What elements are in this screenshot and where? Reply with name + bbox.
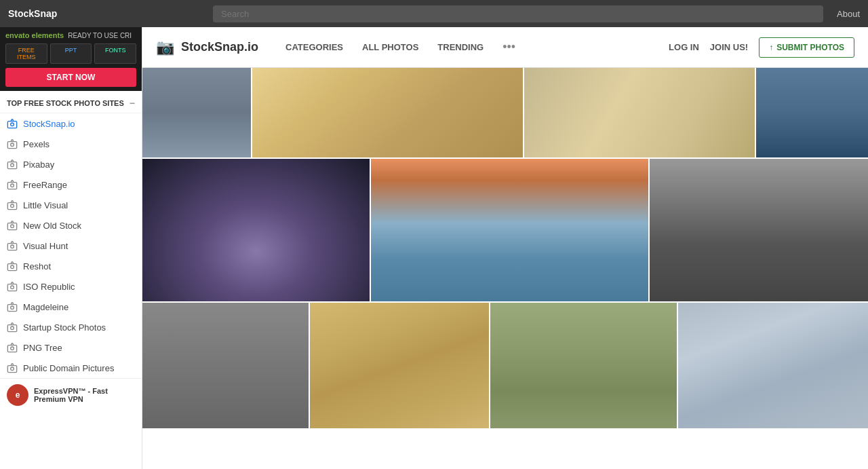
envato-free-items[interactable]: FREE ITEMS [5, 43, 47, 64]
nav-login[interactable]: LOG IN [669, 42, 699, 52]
photo-row-1 [142, 68, 868, 157]
photo-lighthouse[interactable] [371, 159, 648, 301]
svg-point-11 [11, 225, 14, 228]
photo-building-3[interactable] [678, 303, 868, 428]
browser-title: StockSnap [8, 8, 57, 19]
camera-icon [7, 342, 18, 353]
svg-point-25 [11, 367, 14, 371]
envato-ready-label: READY TO USE CRI [68, 32, 132, 39]
nav-join[interactable]: JOIN US! [710, 42, 748, 52]
sidebar-item-visual-hunt[interactable]: Visual Hunt [0, 236, 142, 256]
photo-building-2[interactable] [142, 303, 309, 428]
camera-icon [7, 220, 18, 231]
camera-icon [7, 138, 18, 149]
svg-point-3 [11, 143, 14, 147]
svg-rect-4 [7, 162, 16, 169]
photo-bird[interactable] [490, 303, 677, 428]
svg-rect-24 [7, 366, 16, 373]
envato-fonts[interactable]: FONTS [94, 43, 136, 64]
sidebar-item-little-visual[interactable]: Little Visual [0, 195, 142, 215]
sidebar-item-pixabay[interactable]: Pixabay [0, 154, 142, 174]
nav-trending[interactable]: TRENDING [437, 42, 484, 52]
svg-point-17 [11, 286, 14, 289]
svg-rect-18 [7, 305, 16, 312]
camera-icon [7, 362, 18, 373]
photo-ocean[interactable] [756, 68, 868, 157]
photo-building-1[interactable] [142, 68, 251, 157]
svg-rect-0 [7, 121, 16, 128]
sidebar-label-stocksnap: StockSnap.io [23, 119, 75, 129]
camera-icon [7, 240, 18, 251]
svg-rect-2 [7, 142, 16, 149]
sidebar-item-public-domain[interactable]: Public Domain Pictures [0, 358, 142, 378]
svg-rect-12 [7, 244, 16, 250]
camera-icon [7, 301, 18, 312]
photo-flower[interactable] [142, 159, 370, 301]
browser-about[interactable]: About [837, 9, 860, 19]
svg-point-15 [11, 265, 14, 269]
envato-banner: envato elements READY TO USE CRI FREE IT… [0, 27, 142, 91]
stocksnap-header: 📷 StockSnap.io CATEGORIES ALL PHOTOS TRE… [142, 27, 868, 68]
sidebar-item-stocksnap[interactable]: StockSnap.io [0, 113, 142, 134]
sidebar-item-png-tree[interactable]: PNG Tree [0, 337, 142, 358]
stocksnap-nav: CATEGORIES ALL PHOTOS TRENDING ••• LOG I… [285, 37, 854, 58]
camera-icon [7, 118, 18, 129]
camera-icon [7, 261, 18, 271]
svg-rect-10 [7, 223, 16, 230]
browser-search-input[interactable] [213, 5, 823, 22]
sidebar-label-png-tree: PNG Tree [23, 343, 62, 353]
nav-all-photos[interactable]: ALL PHOTOS [362, 42, 418, 52]
svg-rect-14 [7, 264, 16, 271]
svg-point-7 [11, 184, 14, 187]
svg-point-21 [11, 326, 14, 330]
sidebar-label-pexels: Pexels [23, 139, 50, 149]
sidebar-item-iso-republic[interactable]: ISO Republic [0, 276, 142, 297]
sidebar-item-magdeleine[interactable]: Magdeleine [0, 297, 142, 317]
photo-texture[interactable] [524, 68, 755, 157]
camera-icon [7, 200, 18, 210]
sidebar-item-reshot[interactable]: Reshot [0, 256, 142, 276]
sidebar-item-new-old-stock[interactable]: New Old Stock [0, 215, 142, 236]
browser-bar: StockSnap About [0, 0, 868, 27]
collapse-button[interactable]: − [130, 98, 135, 109]
camera-icon [7, 159, 18, 170]
sidebar-label-visual-hunt: Visual Hunt [23, 241, 68, 251]
photo-row-2 [142, 159, 868, 301]
main-layout: envato elements READY TO USE CRI FREE IT… [0, 27, 868, 469]
svg-point-5 [11, 164, 14, 167]
envato-ppt[interactable]: PPT [50, 43, 92, 64]
sidebar-item-startup-stock[interactable]: Startup Stock Photos [0, 317, 142, 337]
stocksnap-logo-text: StockSnap.io [181, 40, 258, 54]
stocksnap-camera-icon: 📷 [156, 39, 174, 56]
sidebar-label-little-visual: Little Visual [23, 200, 68, 210]
photo-person-laptop[interactable] [650, 159, 868, 301]
sidebar-label-magdeleine: Magdeleine [23, 302, 68, 312]
nav-submit-button[interactable]: ↑ SUBMIT PHOTOS [759, 37, 854, 58]
envato-logo: envato elements [5, 31, 64, 39]
sidebar-item-pexels[interactable]: Pexels [0, 134, 142, 154]
svg-point-9 [11, 204, 14, 208]
svg-point-23 [11, 347, 14, 350]
envato-items: FREE ITEMS PPT FONTS [5, 43, 136, 64]
camera-icon [7, 281, 18, 292]
start-now-button[interactable]: START NOW [5, 68, 136, 87]
nav-categories[interactable]: CATEGORIES [285, 42, 343, 52]
svg-point-1 [11, 123, 14, 126]
photo-scrabble[interactable] [310, 303, 489, 428]
sidebar-label-startup-stock: Startup Stock Photos [23, 322, 106, 333]
sidebar-ad[interactable]: e ExpressVPN™ - Fast Premium VPN [0, 378, 142, 411]
sidebar-section-header: TOP FREE STOCK PHOTO SITES − [0, 91, 142, 113]
photo-food[interactable] [252, 68, 523, 157]
camera-icon [7, 322, 18, 333]
sidebar-label-reshot: Reshot [23, 261, 51, 271]
camera-icon [7, 179, 18, 190]
sidebar-label-pixabay: Pixabay [23, 160, 54, 170]
sidebar-item-freerange[interactable]: FreeRange [0, 174, 142, 195]
svg-rect-22 [7, 345, 16, 352]
photo-grid [142, 68, 868, 428]
sidebar: envato elements READY TO USE CRI FREE IT… [0, 27, 142, 469]
photo-row-3 [142, 303, 868, 428]
svg-rect-16 [7, 284, 16, 291]
svg-rect-20 [7, 325, 16, 332]
nav-more-dots[interactable]: ••• [502, 40, 515, 54]
